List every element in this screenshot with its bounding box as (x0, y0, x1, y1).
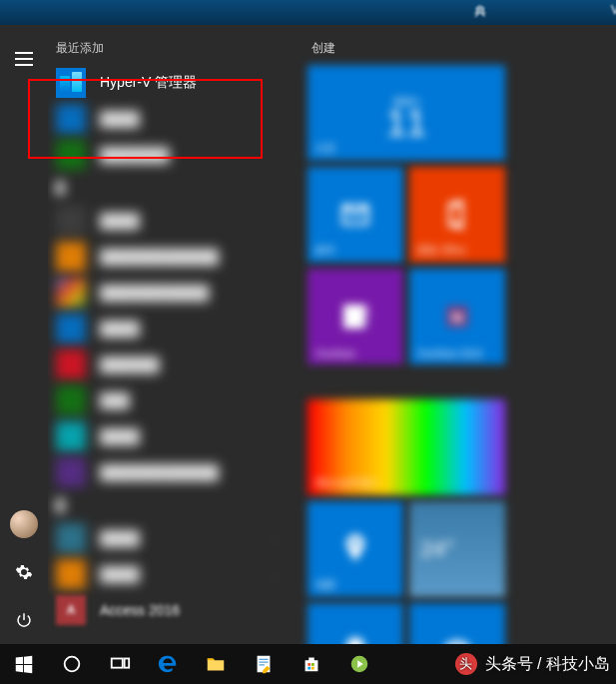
avatar (10, 510, 38, 538)
desktop-strip: 典 V (0, 0, 616, 25)
tile-tips[interactable]: 提示 (308, 603, 403, 644)
tile-camera[interactable]: 相机 (409, 603, 505, 644)
taskbar-explorer[interactable] (192, 644, 240, 684)
app-item-blurred[interactable]: ███████████ (48, 275, 288, 311)
app-item-blurred[interactable]: ████ (48, 418, 288, 454)
access-icon: A (56, 595, 86, 625)
svg-rect-1 (15, 58, 33, 60)
windows-icon (13, 653, 35, 675)
svg-rect-5 (364, 314, 369, 320)
onenote-icon (337, 299, 373, 335)
section-header-recent: 最近添加 (48, 25, 288, 65)
tile-mail[interactable]: 邮件 (308, 167, 403, 263)
app-item-blurred[interactable]: ████ (48, 101, 288, 137)
hyper-v-icon (56, 68, 86, 98)
tile-label: 获取 Office (417, 244, 466, 258)
svg-rect-4 (364, 307, 369, 313)
chevron-down-icon: ⌄ (270, 569, 278, 580)
svg-rect-6 (364, 322, 369, 328)
tile-office[interactable]: 获取 Office (409, 167, 505, 263)
app-item-blurred[interactable]: ████████████ (48, 454, 288, 490)
watermark-icon: 头 (455, 653, 477, 675)
app-item-blurred[interactable]: ██████ (48, 346, 288, 382)
onenote-icon: N (439, 299, 475, 335)
section-header-create: 创建 (308, 25, 606, 65)
notepad-icon (253, 653, 275, 675)
taskbar-edge[interactable] (144, 644, 192, 684)
svg-text:N: N (452, 309, 463, 326)
tile-onenote-2016[interactable]: N OneNote 2016 (409, 269, 505, 364)
power-button[interactable] (0, 596, 48, 644)
tile-photos[interactable]: Microsoft 照片 (308, 399, 505, 495)
office-icon (439, 197, 475, 233)
tile-label: Microsoft 照片 (315, 476, 378, 490)
svg-rect-0 (15, 52, 33, 54)
task-view-icon (109, 653, 131, 675)
tile-calendar[interactable]: 星期六 11 日历 (308, 65, 505, 161)
cortana-icon (61, 653, 83, 675)
tile-onenote[interactable]: OneNote (308, 269, 403, 364)
app-item-blurred[interactable]: ███████ (48, 137, 288, 173)
tile-label: 地图 (315, 578, 335, 592)
store-icon (301, 653, 322, 675)
lightbulb-icon (337, 633, 373, 644)
tile-label: 日历 (315, 142, 335, 156)
weather-temp: 24° (420, 536, 453, 562)
app-label: Hyper-V 管理器 (100, 74, 197, 92)
watermark: 头 头条号 / 科技小岛 (455, 650, 610, 678)
app-item-blurred[interactable]: ████ (48, 203, 288, 239)
camera-icon (439, 633, 475, 644)
app-item-blurred[interactable]: █ (48, 173, 288, 203)
app-item-blurred[interactable]: ████⌄ (48, 556, 288, 592)
start-button[interactable] (0, 644, 48, 684)
tile-maps[interactable]: 地图 (308, 501, 403, 597)
folder-icon (205, 653, 227, 675)
tile-label: 邮件 (315, 244, 335, 258)
app-icon (348, 653, 370, 675)
tile-group-1: 星期六 11 日历 邮件 获取 Office OneNote N OneNote… (308, 65, 606, 364)
tile-group-2: Microsoft 照片 地图 24° 提示 相机 (308, 399, 606, 644)
cortana-button[interactable] (48, 644, 96, 684)
power-icon (15, 611, 33, 629)
start-menu: 最近添加 Hyper-V 管理器 ████ ███████ █ ████ ███… (0, 25, 616, 644)
svg-rect-10 (112, 659, 123, 668)
left-rail (0, 25, 48, 644)
app-item-hyper-v[interactable]: Hyper-V 管理器 (48, 65, 288, 101)
taskbar-notepad[interactable] (240, 644, 288, 684)
svg-rect-2 (15, 64, 33, 66)
taskbar-store[interactable] (288, 644, 335, 684)
apps-list: 最近添加 Hyper-V 管理器 ████ ███████ █ ████ ███… (48, 25, 298, 644)
app-item-blurred[interactable]: ███ (48, 382, 288, 418)
gear-icon (15, 563, 33, 581)
app-item-blurred[interactable]: ████⌄ (48, 520, 288, 556)
user-account-button[interactable] (0, 500, 48, 548)
mail-icon (337, 197, 373, 233)
hamburger-button[interactable] (0, 35, 48, 83)
top-char: V (611, 3, 616, 17)
svg-rect-11 (125, 659, 130, 668)
svg-rect-3 (343, 305, 364, 329)
svg-point-9 (65, 657, 80, 672)
calendar-date: 11 (386, 103, 426, 145)
settings-button[interactable] (0, 548, 48, 596)
app-item-blurred[interactable]: ████████████ (48, 239, 288, 275)
app-item-access[interactable]: A Access 2016 (48, 592, 288, 628)
svg-rect-15 (308, 667, 310, 670)
svg-rect-13 (308, 663, 310, 666)
taskbar-app[interactable] (335, 644, 383, 684)
app-item-blurred[interactable]: ████ (48, 311, 288, 346)
watermark-text: 头条号 / 科技小岛 (485, 654, 610, 675)
tiles-column: 创建 星期六 11 日历 邮件 获取 Office OneNote N OneN (298, 25, 616, 644)
tile-weather[interactable]: 24° (409, 501, 505, 597)
map-pin-icon (337, 531, 373, 567)
top-char: 典 (474, 3, 486, 20)
task-view-button[interactable] (96, 644, 144, 684)
tile-label: OneNote 2016 (417, 348, 482, 359)
svg-rect-14 (311, 663, 314, 666)
svg-rect-16 (311, 667, 314, 670)
edge-icon (157, 653, 179, 675)
app-label: Access 2016 (100, 602, 180, 618)
tile-label: OneNote (315, 348, 355, 359)
app-item-blurred[interactable]: █ (48, 490, 288, 520)
chevron-down-icon: ⌄ (270, 533, 278, 544)
